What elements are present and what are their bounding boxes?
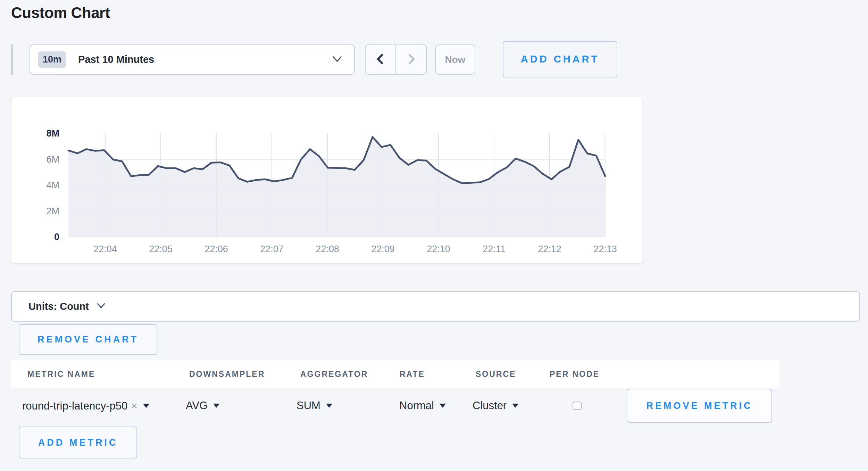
metric-name-select[interactable]: round-trip-latency-p50 ×	[22, 399, 149, 412]
svg-text:6M: 6M	[46, 154, 59, 165]
svg-text:8M: 8M	[46, 128, 59, 139]
svg-text:2M: 2M	[46, 206, 59, 216]
downsampler-select[interactable]: AVG	[186, 399, 219, 412]
column-header-rate: RATE	[400, 370, 425, 379]
source-select[interactable]: Cluster	[473, 399, 518, 412]
chevron-down-icon	[97, 302, 106, 311]
caret-down-icon	[440, 404, 446, 408]
time-range-label: Past 10 Minutes	[78, 54, 154, 65]
units-dropdown[interactable]: Units: Count	[11, 291, 860, 322]
svg-text:0: 0	[54, 232, 59, 242]
per-node-checkbox[interactable]	[573, 402, 582, 410]
rate-select[interactable]: Normal	[399, 399, 446, 412]
time-pager	[365, 44, 427, 75]
remove-chart-button[interactable]: REMOVE CHART	[19, 324, 157, 355]
caret-down-icon	[512, 404, 518, 408]
clear-metric-icon[interactable]: ×	[131, 399, 137, 412]
add-chart-button[interactable]: ADD CHART	[503, 41, 617, 77]
toolbar-accent-divider	[11, 44, 12, 75]
svg-text:22:05: 22:05	[149, 244, 173, 254]
svg-text:22:07: 22:07	[260, 244, 284, 254]
caret-down-icon	[213, 404, 219, 408]
timeseries-chart-card: 02M4M6M8M22:0422:0522:0622:0722:0822:092…	[11, 97, 642, 264]
metrics-table-header: METRIC NAME DOWNSAMPLER AGGREGATOR RATE …	[11, 360, 779, 388]
now-button[interactable]: Now	[435, 44, 475, 75]
svg-text:4M: 4M	[46, 180, 59, 190]
aggregator-select[interactable]: SUM	[297, 399, 332, 412]
time-range-badge: 10m	[38, 51, 66, 68]
svg-text:22:04: 22:04	[93, 244, 117, 254]
column-header-per-node: PER NODE	[550, 370, 600, 379]
column-header-metric-name: METRIC NAME	[27, 370, 95, 379]
source-value: Cluster	[473, 399, 507, 412]
prev-timeframe-button[interactable]	[366, 45, 396, 74]
caret-down-icon	[326, 404, 332, 408]
downsampler-value: AVG	[186, 399, 208, 412]
add-metric-button[interactable]: ADD METRIC	[19, 427, 137, 458]
svg-text:22:12: 22:12	[538, 244, 561, 254]
page-title: Custom Chart	[11, 4, 110, 22]
units-label: Units: Count	[28, 301, 89, 312]
chevron-left-icon	[374, 52, 387, 67]
metric-name-value: round-trip-latency-p50	[22, 399, 127, 412]
next-timeframe-button[interactable]	[396, 45, 426, 74]
remove-metric-button[interactable]: REMOVE METRIC	[627, 389, 772, 423]
aggregator-value: SUM	[297, 399, 320, 412]
metric-row: round-trip-latency-p50 × AVG SUM Normal …	[11, 388, 779, 423]
chevron-down-icon	[332, 55, 342, 65]
time-range-dropdown[interactable]: 10m Past 10 Minutes	[30, 44, 355, 75]
column-header-downsampler: DOWNSAMPLER	[189, 370, 265, 379]
svg-text:22:08: 22:08	[316, 244, 339, 254]
rate-value: Normal	[399, 399, 434, 412]
svg-text:22:11: 22:11	[483, 244, 506, 254]
chevron-right-icon	[405, 52, 417, 67]
column-header-aggregator: AGGREGATOR	[300, 370, 368, 379]
custom-chart-page: Custom Chart 10m Past 10 Minutes Now ADD…	[0, 0, 868, 471]
timeseries-area-chart: 02M4M6M8M22:0422:0522:0622:0722:0822:092…	[11, 97, 643, 264]
column-header-source: SOURCE	[476, 370, 516, 379]
svg-text:22:09: 22:09	[371, 244, 395, 254]
svg-text:22:06: 22:06	[205, 244, 228, 254]
svg-text:22:13: 22:13	[593, 244, 617, 254]
svg-text:22:10: 22:10	[427, 244, 450, 254]
caret-down-icon	[143, 404, 149, 408]
